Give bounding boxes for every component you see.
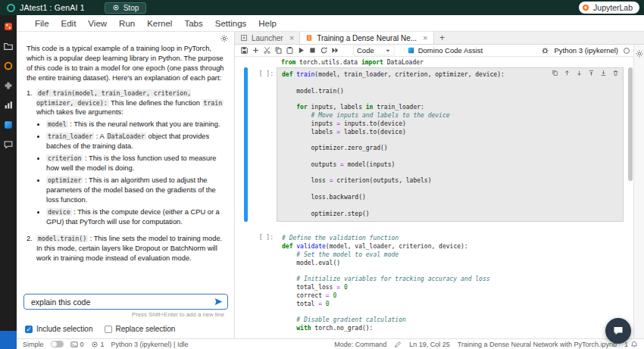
inline-code: model [46,120,68,128]
menu-item-view[interactable]: View [82,19,113,28]
cell-prompt: [ ]: [252,231,277,337]
cursor-position[interactable]: Ln 19, Col 25 [409,341,450,348]
notebook-cell[interactable]: [ ]:def train(model, train_loader, crite… [244,67,624,222]
menu-item-edit[interactable]: Edit [55,19,83,28]
list-number: 2. [27,234,36,263]
cell-collapser[interactable] [244,67,248,222]
insert-cell-above-icon[interactable] [588,70,595,76]
option-include-selection[interactable]: ✓Include selection [25,325,93,333]
paste-cell-icon[interactable] [284,46,295,55]
kernel-name[interactable]: Python 3 (ipykernel) [555,46,618,55]
notifications-status[interactable]: 1 [624,341,638,348]
workspace-icon [7,4,15,12]
assistant-bullet: model : This is the neural network that … [46,120,228,129]
menu-item-file[interactable]: File [29,19,55,28]
notebook-icon [305,34,313,42]
menu-item-help[interactable]: Help [252,19,283,28]
folder-icon[interactable] [3,41,14,51]
simple-mode-label: Simple [23,341,44,348]
cell-editor[interactable]: # Define the validation functiondef vali… [277,231,624,337]
mode-indicator: Mode: Command [334,341,386,348]
add-cell-icon[interactable] [250,46,261,55]
cell-editor[interactable]: def train(model, train_loader, criterion… [277,67,624,222]
domino-logo-icon[interactable] [3,21,14,32]
assistant-bullet: train_loader : A DataLoader object that … [46,132,228,151]
run-cell-icon[interactable] [295,46,307,55]
send-icon [214,297,224,307]
menu-bar: FileEditViewRunKernelTabsSettingsHelp [17,15,644,32]
save-icon[interactable] [239,46,250,55]
code-assist-button[interactable]: Domino Code Assist [407,46,483,55]
delete-cell-icon[interactable] [612,70,619,76]
property-inspector-icon[interactable] [635,49,644,58]
option-replace-selection[interactable]: Replace selection [105,325,176,333]
checkbox-unchecked-icon[interactable] [105,326,112,333]
top-bar: JAtest1 : GenAI 1 Stop JupyterLab [0,0,644,15]
kernels-count: 1 [101,341,105,348]
assistant-content: This code is a typical example of a trai… [27,44,228,291]
menu-item-tabs[interactable]: Tabs [178,19,208,28]
extension-icon[interactable] [3,80,14,91]
code-assist-icon[interactable] [3,120,14,130]
inline-code: DataLoader [106,132,146,140]
cell-type-value: Code [357,46,374,55]
tab-training-a-dense-neural-ne[interactable]: Training a Dense Neural Ne...× [300,32,433,44]
duplicate-cell-icon[interactable] [552,70,558,76]
menu-item-kernel[interactable]: Kernel [141,19,178,28]
notebook-area[interactable]: from torch.utils.data import DataLoader … [235,57,633,338]
assistant-bullet: device : This is the compute device (eit… [46,207,228,227]
cell-toolbar [552,70,619,76]
send-button[interactable] [211,295,225,309]
filename-status: Training a Dense Neural Network with PyT… [458,341,617,348]
checkbox-checked-icon[interactable]: ✓ [25,326,33,333]
assistant-list-item: 1.def train(model, train_loader, criteri… [27,89,228,229]
move-cell-up-icon[interactable] [564,70,571,76]
notebook-cell[interactable]: [ ]:# Define the validation functiondef … [244,231,624,337]
terminals-status[interactable]: 0 [70,341,84,348]
code-assist-icon [407,46,415,55]
panel-settings-gear-icon[interactable] [220,34,229,43]
jupyterlab-badge[interactable]: JupyterLab [579,2,639,14]
option-label: Include selection [36,325,93,333]
stop-button-label: Stop [123,4,139,12]
running-ring-icon[interactable] [3,61,14,71]
chart-icon[interactable] [3,100,14,111]
toolbar-kernel-area: Python 3 (ipykernel) [541,46,630,55]
prompt-input-box[interactable] [23,294,228,310]
prompt-input[interactable] [30,297,211,307]
copy-cell-icon[interactable] [273,46,284,55]
menu-item-settings[interactable]: Settings [209,19,253,28]
list-number: 1. [27,89,36,229]
list-item-text: model.train() : This line sets the model… [36,234,228,263]
cut-cell-icon[interactable] [261,46,273,55]
move-cell-down-icon[interactable] [576,70,583,76]
stop-record-icon [112,4,120,11]
launcher-icon [240,34,248,42]
simple-mode-toggle[interactable] [51,341,64,347]
notebook-toolbar: Code Domino Code Assist Python 3 (ipyker… [235,45,633,57]
bell-icon [630,341,638,348]
code-assist-label: Domino Code Assist [418,46,483,55]
activity-bar-bottom-indicator[interactable] [0,331,17,349]
kernels-status[interactable]: 1 [91,341,105,348]
kernel-status-text[interactable]: Python 3 (ipykernel) | Idle [111,341,189,348]
new-tab-button[interactable]: + [434,32,451,44]
insert-cell-below-icon[interactable] [600,70,607,76]
stop-kernel-icon[interactable] [307,46,318,55]
cell-collapser[interactable] [244,231,248,337]
menu-item-run[interactable]: Run [113,19,141,28]
assistant-options: ✓Include selectionReplace selection [25,325,175,333]
cell-type-dropdown[interactable]: Code [353,45,395,55]
inline-code: optimizer [46,176,83,184]
chat-icon[interactable] [3,139,14,150]
tab-close-icon[interactable]: × [289,33,294,42]
stop-button[interactable]: Stop [105,2,147,14]
kernel-status-icon [624,48,630,54]
notebook-scrollbar[interactable] [628,67,633,181]
debugger-icon[interactable] [541,46,549,55]
tab-close-icon[interactable]: × [423,33,427,42]
restart-run-all-icon[interactable] [330,46,341,55]
tab-launcher[interactable]: Launcher× [235,32,300,44]
restart-kernel-icon[interactable] [318,46,330,55]
chat-fab-button[interactable] [605,318,631,344]
